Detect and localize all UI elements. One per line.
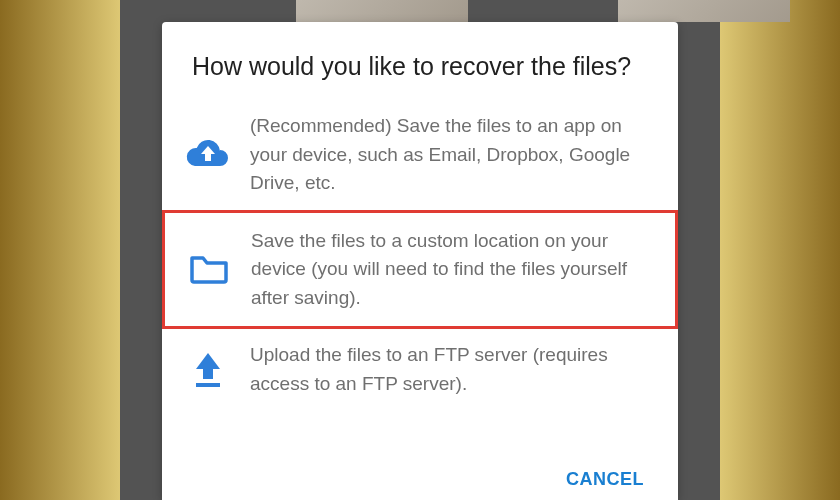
dialog-title: How would you like to recover the files? — [162, 22, 678, 88]
cloud-upload-icon — [186, 136, 230, 174]
gallery-thumbnail — [296, 0, 468, 22]
option-label: (Recommended) Save the files to an app o… — [250, 112, 650, 198]
option-save-custom-location[interactable]: Save the files to a custom location on y… — [162, 210, 678, 330]
upload-icon — [186, 351, 230, 389]
option-upload-ftp[interactable]: Upload the files to an FTP server (requi… — [162, 329, 678, 410]
cancel-button[interactable]: CANCEL — [562, 463, 648, 496]
gallery-thumbnail — [618, 0, 790, 22]
background: How would you like to recover the files?… — [0, 0, 840, 500]
dialog-actions: CANCEL — [162, 453, 678, 500]
option-save-to-app[interactable]: (Recommended) Save the files to an app o… — [162, 100, 678, 210]
folder-icon — [187, 252, 231, 286]
svg-rect-0 — [196, 383, 220, 387]
recover-options-list: (Recommended) Save the files to an app o… — [162, 88, 678, 410]
option-label: Save the files to a custom location on y… — [251, 227, 649, 313]
option-label: Upload the files to an FTP server (requi… — [250, 341, 650, 398]
recover-files-dialog: How would you like to recover the files?… — [162, 22, 678, 500]
